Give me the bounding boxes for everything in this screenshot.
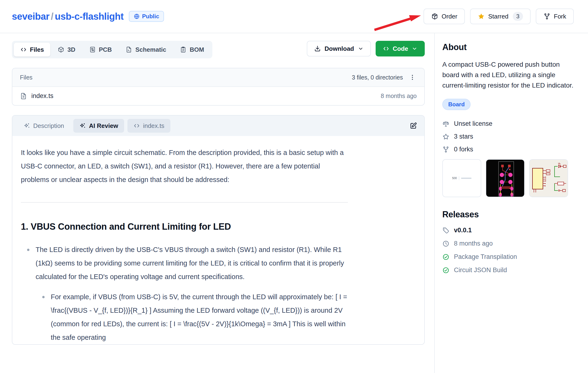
main-column: Files 3D PCB Schematic BOM [0,33,434,373]
order-button[interactable]: Order [424,9,465,24]
tab-index-ts[interactable]: index.ts [127,119,170,133]
readme-tabs: Description AI Review index.ts [12,115,424,136]
section-heading: 1. VBUS Connection and Current Limiting … [21,221,348,232]
tab-3d[interactable]: 3D [51,43,82,56]
files-panel-header: Files 3 files, 0 directories [12,68,424,87]
starred-button[interactable]: Starred 3 [470,9,531,24]
star-icon [478,13,485,20]
tab-index-ts-label: index.ts [143,122,164,130]
file-name[interactable]: index.ts [31,92,53,100]
about-title: About [442,42,574,52]
repo-breadcrumb: seveibar/usb-c-flashlight [12,11,124,22]
code-icon [383,45,389,52]
files-panel-title: Files [20,74,32,81]
stars-label: 3 stars [454,133,473,140]
review-list: The LED is directly driven by the USB-C'… [21,243,348,344]
fork-label: Fork [554,13,566,20]
render-error-thumbnail[interactable]: 500 [442,159,481,197]
error-code: 500 [452,176,457,180]
files-panel: Files 3 files, 0 directories index.ts 8 … [12,68,425,106]
starred-label: Starred [488,13,508,20]
tag-icon [442,227,449,234]
kebab-menu-icon[interactable] [408,73,417,82]
topic-tag-board[interactable]: Board [442,99,471,110]
toolbar-actions: Download Code [307,41,425,56]
release-age: 8 months ago [454,240,493,247]
tab-files-label: Files [30,46,44,53]
release-version-row[interactable]: v0.0.1 [442,227,574,234]
forks-label: 0 forks [454,146,473,153]
ai-review-intro: It looks like you have a simple circuit … [21,146,348,186]
preview-thumbnails: 500 [442,159,574,197]
view-tabs: Files 3D PCB Schematic BOM [12,41,212,58]
sparkles-icon [23,123,30,129]
page-body: Files 3D PCB Schematic BOM [0,33,588,373]
header-actions: Order Starred 3 Fork [424,9,574,24]
tab-files[interactable]: Files [14,43,50,56]
tab-bom[interactable]: BOM [173,43,210,56]
globe-icon [134,13,140,20]
download-icon [314,45,321,52]
license-label: Unset license [454,120,492,127]
schematic-preview-image [530,160,568,197]
order-package-icon [431,13,438,20]
download-button[interactable]: Download [307,41,371,56]
code-icon [133,123,140,129]
tab-ai-review[interactable]: AI Review [73,119,124,133]
check-circle-icon [442,253,449,260]
stars-row: 3 stars [442,133,574,140]
about-text: A compact USB-C powered push button boar… [442,59,574,91]
license-row: Unset license [442,120,574,127]
pcb-preview-thumbnail[interactable] [486,159,525,197]
tab-pcb-label: PCB [99,46,112,53]
law-icon [442,120,449,127]
clock-icon [442,240,449,247]
file-updated: 8 months ago [381,93,417,99]
tab-3d-label: 3D [67,46,75,53]
fork-button[interactable]: Fork [536,9,574,24]
build-status-label: Package Transpilation [454,253,517,260]
chevron-down-icon [357,46,364,52]
code-label: Code [393,45,408,52]
cube-icon [58,46,64,53]
list-item: The LED is directly driven by the USB-C'… [36,243,348,344]
order-label: Order [441,13,457,20]
list-item-text: For example, if VBUS (from USB-C) is 5V,… [51,293,347,341]
build-status-row: Package Transpilation [442,253,574,260]
repo-header: seveibar/usb-c-flashlight Public Order S… [0,0,588,33]
content-divider [21,202,348,203]
code-icon [20,46,27,53]
readme-panel: Description AI Review index.ts It looks … [12,115,425,345]
view-toolbar: Files 3D PCB Schematic BOM [12,41,425,58]
check-circle-icon [442,267,449,274]
files-summary: 3 files, 0 directories [352,74,403,81]
repo-name-link[interactable]: usb-c-flashlight [55,11,124,21]
code-button[interactable]: Code [376,41,425,56]
download-label: Download [325,45,354,52]
pcb-preview-image [486,160,525,197]
file-row[interactable]: index.ts 8 months ago [12,87,424,105]
forks-row: 0 forks [442,146,574,153]
tab-description[interactable]: Description [18,119,70,133]
tab-schematic[interactable]: Schematic [119,43,172,56]
schematic-preview-thumbnail[interactable] [529,159,568,197]
tab-description-label: Description [33,122,64,130]
fork-icon [442,146,449,153]
pcb-icon [89,46,96,53]
repo-owner-link[interactable]: seveibar [12,11,49,21]
releases-title: Releases [442,209,574,219]
list-item-text: The LED is directly driven by the USB-C'… [36,246,344,280]
visibility-label: Public [142,13,159,20]
sparkles-icon [79,123,86,129]
divider [459,176,459,180]
file-icon [20,93,27,100]
release-version[interactable]: v0.0.1 [454,227,472,234]
clipboard-icon [180,46,187,53]
star-outline-icon [442,133,449,140]
ai-review-content: It looks like you have a simple circuit … [12,136,357,344]
sidebar: About A compact USB-C powered push butto… [434,33,588,373]
tab-schematic-label: Schematic [135,46,166,53]
edit-icon[interactable] [408,120,419,131]
tab-pcb[interactable]: PCB [83,43,118,56]
breadcrumb-separator: / [49,11,55,21]
